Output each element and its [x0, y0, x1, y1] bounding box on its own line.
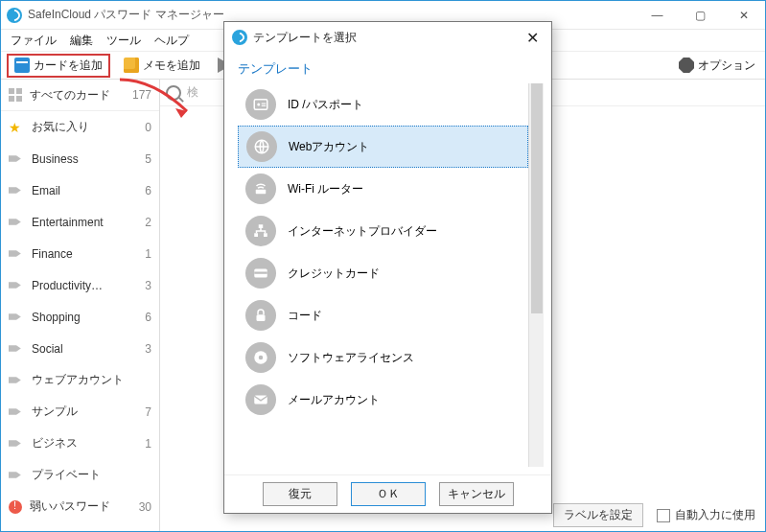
sidebar-item[interactable]: ビジネス1 [1, 428, 159, 459]
sidebar-item-label: Productivity… [32, 279, 103, 292]
star-icon: ★ [9, 120, 24, 135]
menu-tools[interactable]: ツール [101, 31, 147, 51]
card-icon [14, 58, 30, 73]
svg-rect-3 [262, 105, 267, 106]
sidebar-item-label: サンプル [32, 404, 78, 420]
sidebar-item-label: Entertainment [32, 216, 104, 229]
sidebar-item[interactable]: サンプル7 [1, 396, 159, 428]
options-button[interactable]: オプション [675, 56, 759, 76]
dialog-close-button[interactable]: ✕ [521, 29, 544, 47]
autofill-checkbox[interactable]: 自動入力に使用 [657, 507, 755, 523]
sidebar-item[interactable]: プライベート [1, 459, 159, 491]
sidebar-item-count: 0 [145, 121, 151, 134]
restore-button[interactable]: 復元 [263, 482, 337, 506]
sidebar-item-label: Shopping [32, 311, 81, 324]
sidebar-item-count: 6 [145, 184, 151, 197]
svg-rect-5 [256, 190, 267, 195]
template-item[interactable]: ソフトウェアライセンス [238, 336, 528, 379]
tools-icon [679, 58, 694, 73]
search-input[interactable]: 検 [187, 84, 198, 101]
grey-icon [9, 310, 24, 325]
mail-icon [245, 384, 276, 415]
menu-file[interactable]: ファイル [5, 31, 62, 51]
sidebar-header[interactable]: すべてのカード 177 [1, 80, 159, 111]
dialog-button-row: 復元 ＯＫ キャンセル [224, 474, 551, 513]
add-memo-button[interactable]: メモを追加 [120, 56, 204, 76]
sidebar-item-count: 2 [145, 216, 151, 229]
grey-icon [9, 436, 24, 451]
svg-rect-6 [259, 224, 264, 228]
menu-help[interactable]: ヘルプ [149, 31, 195, 51]
minimize-button[interactable]: ― [636, 1, 679, 30]
grey-icon [9, 183, 24, 198]
sidebar: すべてのカード 177 ★お気に入り0Business5Email6Entert… [1, 80, 160, 531]
sidebar-item[interactable]: Entertainment2 [1, 206, 159, 238]
sidebar-item[interactable]: Business5 [1, 143, 159, 174]
grey-icon [9, 151, 24, 167]
template-item[interactable]: メールアカウント [238, 379, 528, 421]
memo-icon [124, 58, 139, 73]
window-title: SafeInCloud パスワード マネージャー [28, 7, 224, 23]
sidebar-item[interactable]: 同じパスワード104 [1, 522, 159, 531]
sidebar-item[interactable]: 弱いパスワード30 [1, 491, 159, 522]
sidebar-header-label: すべてのカード [30, 87, 110, 104]
scrollbar-thumb[interactable] [531, 83, 543, 313]
template-item-label: コード [288, 308, 322, 324]
svg-rect-0 [254, 100, 267, 110]
add-card-button[interactable]: カードを追加 [7, 54, 110, 78]
dialog-app-icon [232, 30, 247, 45]
sidebar-item-label: お気に入り [32, 119, 89, 135]
template-item-label: ソフトウェアライセンス [288, 350, 414, 366]
cancel-button[interactable]: キャンセル [439, 482, 514, 506]
sidebar-item[interactable]: Finance1 [1, 238, 159, 269]
template-item-label: Webアカウント [289, 139, 369, 155]
add-memo-label: メモを追加 [143, 58, 200, 74]
globe-icon [246, 131, 277, 162]
red-icon [9, 500, 22, 514]
svg-rect-11 [257, 314, 266, 321]
sidebar-item-count: 7 [145, 405, 151, 419]
sidebar-item[interactable]: Productivity…3 [1, 269, 159, 301]
template-item[interactable]: Wi-Fi ルーター [238, 168, 528, 210]
maximize-button[interactable]: ▢ [679, 1, 722, 30]
template-item-label: クレジットカード [288, 266, 380, 282]
close-button[interactable]: ✕ [722, 1, 765, 30]
template-item[interactable]: Webアカウント [238, 126, 528, 168]
template-item[interactable]: インターネットプロバイダー [238, 210, 528, 252]
grey-icon [9, 468, 24, 483]
sidebar-item[interactable]: Shopping6 [1, 301, 159, 333]
dialog-list-wrap: ID /パスポートWebアカウントWi-Fi ルーターインターネットプロバイダー… [238, 83, 544, 467]
add-card-label: カードを追加 [34, 58, 103, 74]
template-item-label: インターネットプロバイダー [288, 223, 437, 240]
sidebar-item[interactable]: Social3 [1, 333, 159, 364]
dialog-scrollbar[interactable] [528, 83, 544, 467]
grid-icon [9, 88, 22, 102]
dialog-titlebar: テンプレートを選択 ✕ [224, 22, 551, 53]
menu-edit[interactable]: 編集 [64, 31, 99, 51]
ok-button[interactable]: ＯＫ [351, 482, 426, 506]
card-icon [245, 258, 276, 289]
template-item-label: ID /パスポート [288, 97, 363, 113]
sidebar-header-count: 177 [132, 88, 151, 102]
wifi-icon [245, 173, 276, 204]
sidebar-item[interactable]: ★お気に入り0 [1, 111, 159, 143]
bottom-strip: ラベルを設定 自動入力に使用 [553, 503, 755, 527]
sidebar-item-label: ビジネス [32, 435, 78, 451]
sidebar-item-label: ウェブアカウント [32, 372, 124, 388]
lock-icon [245, 300, 276, 331]
sidebar-item[interactable]: ウェブアカウント [1, 364, 159, 396]
template-item[interactable]: クレジットカード [238, 252, 528, 294]
svg-point-13 [259, 356, 264, 360]
sidebar-item-count: 1 [145, 437, 151, 451]
template-item[interactable]: ID /パスポート [238, 83, 528, 126]
svg-point-1 [257, 104, 260, 106]
template-item[interactable]: コード [238, 294, 528, 336]
svg-rect-10 [254, 272, 267, 274]
net-icon [245, 216, 276, 246]
sidebar-item[interactable]: Email6 [1, 174, 159, 206]
sidebar-item-label: Email [32, 184, 60, 197]
template-item-label: メールアカウント [288, 392, 380, 408]
grey-icon [9, 341, 24, 357]
set-label-button[interactable]: ラベルを設定 [553, 503, 643, 527]
sidebar-item-label: 弱いパスワード [30, 498, 110, 515]
